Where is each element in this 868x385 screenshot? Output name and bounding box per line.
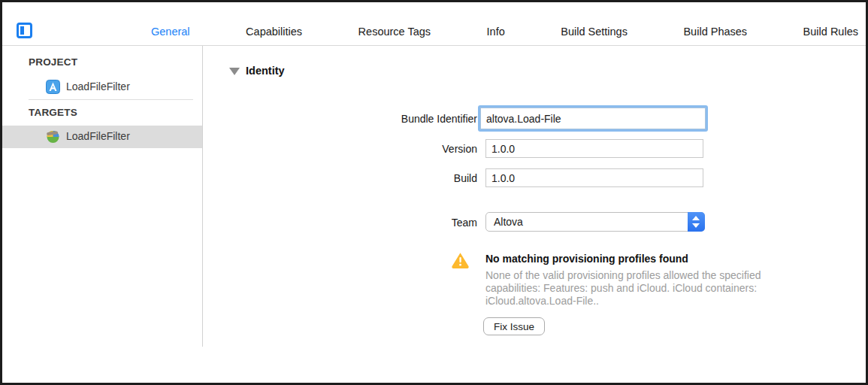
tab-build-rules[interactable]: Build Rules (803, 26, 858, 38)
team-popup-value: Altova (494, 216, 523, 228)
warning-line: None of the valid provisioning profiles … (485, 269, 761, 282)
warning-triangle-icon (451, 252, 470, 268)
sidebar-item-label: LoadFileFilter (66, 80, 130, 92)
team-label: Team (228, 217, 477, 229)
bundle-identifier-label: Bundle Identifier (228, 113, 477, 125)
xcode-project-editor-window: General Capabilities Resource Tags Info … (0, 0, 868, 385)
editor-sidebar-toggle-icon[interactable] (17, 23, 32, 38)
xcode-project-icon (46, 80, 60, 94)
popup-stepper-icon (688, 212, 705, 232)
editor-tab-bar: General Capabilities Resource Tags Info … (2, 2, 866, 45)
sidebar-targets-header: TARGETS (29, 107, 77, 118)
tab-info[interactable]: Info (487, 26, 505, 38)
app-target-icon (46, 129, 60, 144)
editor-tabs: General Capabilities Resource Tags Info … (151, 24, 858, 39)
fix-issue-button[interactable]: Fix Issue (483, 317, 545, 335)
tab-build-phases[interactable]: Build Phases (683, 26, 747, 38)
tab-capabilities[interactable]: Capabilities (246, 26, 302, 38)
version-input[interactable] (485, 139, 703, 158)
sidebar-item-label: LoadFileFilter (66, 130, 130, 142)
identity-section-title: Identity (246, 65, 285, 77)
sidebar-section-separator (29, 99, 193, 100)
tab-resource-tags[interactable]: Resource Tags (358, 26, 431, 38)
warning-line: iCloud.altova.Load-File.. (485, 295, 761, 308)
tab-general[interactable]: General (151, 26, 190, 38)
warning-title: No matching provisioning profiles found (485, 253, 688, 265)
sidebar-project-header: PROJECT (29, 56, 77, 68)
warning-line: capabilities: Features: push and iCloud.… (485, 282, 761, 295)
bundle-identifier-input[interactable] (480, 108, 706, 129)
build-label: Build (228, 172, 477, 184)
build-input[interactable] (485, 168, 703, 187)
team-popup-button[interactable]: Altova (485, 212, 705, 232)
sidebar-item-target-loadfilefilter[interactable]: LoadFileFilter (2, 126, 202, 148)
sidebar-divider (202, 46, 203, 347)
sidebar-item-project-loadfilefilter[interactable]: LoadFileFilter (2, 76, 202, 99)
identity-disclosure-triangle-icon[interactable] (229, 68, 240, 75)
version-label: Version (228, 143, 477, 155)
tabbar-divider (2, 45, 866, 46)
tab-build-settings[interactable]: Build Settings (561, 26, 628, 38)
warning-description: None of the valid provisioning profiles … (485, 269, 761, 308)
bundle-identifier-focus-ring (478, 105, 708, 132)
